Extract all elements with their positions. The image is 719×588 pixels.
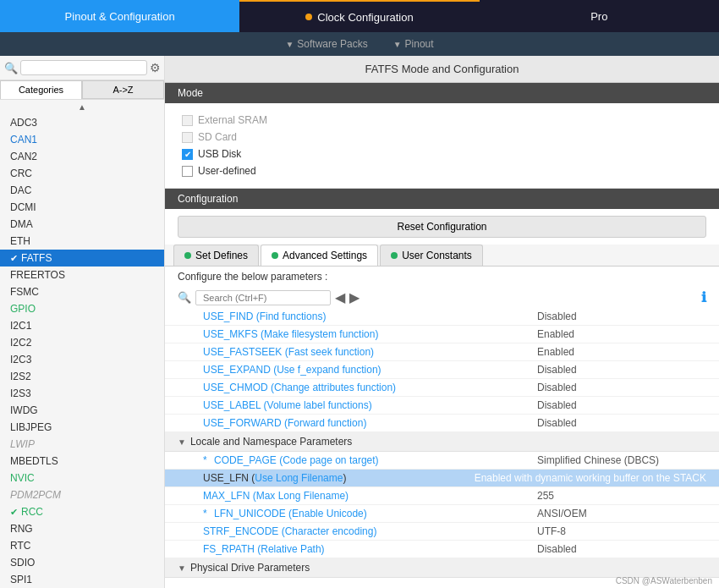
param-row-use-expand[interactable]: USE_EXPAND (Use f_expand function) Disab…: [165, 361, 719, 379]
param-row-use-label[interactable]: USE_LABEL (Volume label functions) Disab…: [165, 397, 719, 415]
sidebar-item-spi1[interactable]: SPI1: [0, 571, 164, 588]
clock-dot: [305, 14, 312, 20]
user-defined-option: User-defined: [182, 162, 702, 179]
check-icon: ✔: [10, 253, 18, 264]
sidebar-item-can2[interactable]: CAN2: [0, 148, 164, 165]
external-sram-option: External SRAM: [182, 112, 702, 129]
user-constants-tab[interactable]: User Constants: [380, 245, 483, 266]
param-value: Disabled: [537, 310, 706, 322]
param-value: Disabled: [537, 364, 706, 376]
az-tab[interactable]: A->Z: [82, 80, 164, 99]
param-value: Enabled: [537, 328, 706, 340]
sidebar-item-dma[interactable]: DMA: [0, 216, 164, 233]
content-header: FATFS Mode and Configuration: [165, 56, 719, 83]
param-row-use-lfn[interactable]: USE_LFN (Use Long Filename) Enabled with…: [165, 470, 719, 487]
sidebar-item-rng[interactable]: RNG: [0, 520, 164, 537]
software-packs-nav[interactable]: ▼ Software Packs: [285, 38, 367, 50]
param-row-strf-encode[interactable]: STRF_ENCODE (Character encoding) UTF-8: [165, 523, 719, 541]
params-search-input[interactable]: [195, 290, 331, 305]
sidebar-item-rcc[interactable]: ✔ RCC: [0, 503, 164, 520]
mode-section-header: Mode: [165, 83, 719, 103]
param-name: USE_FORWARD (Forward function): [178, 417, 537, 429]
chevron-down-icon: ▼: [393, 40, 402, 49]
sidebar-item-i2s3[interactable]: I2S3: [0, 385, 164, 402]
sidebar-search-input[interactable]: [20, 60, 147, 75]
sidebar-collapse-btn[interactable]: ▲: [0, 100, 164, 114]
param-name: MAX_LFN (Max Long Filename): [178, 490, 537, 502]
param-value: UTF-8: [537, 525, 706, 537]
param-row-code-page[interactable]: * CODE_PAGE (Code page on target) Simpli…: [165, 452, 719, 470]
param-row-use-chmod[interactable]: USE_CHMOD (Change attributes function) D…: [165, 379, 719, 397]
search-icon: 🔍: [178, 291, 191, 304]
sidebar-item-freertos[interactable]: FREERTOS: [0, 267, 164, 283]
param-row-use-fastseek[interactable]: USE_FASTSEEK (Fast seek function) Enable…: [165, 343, 719, 361]
tab-dot-icon: [391, 252, 398, 259]
param-row-use-mkfs[interactable]: USE_MKFS (Make filesystem function) Enab…: [165, 326, 719, 343]
sidebar-item-fatfs[interactable]: ✔ FATFS: [0, 250, 164, 267]
sidebar-item-i2c1[interactable]: I2C1: [0, 317, 164, 334]
sidebar-item-rtc[interactable]: RTC: [0, 537, 164, 554]
sidebar-item-i2c3[interactable]: I2C3: [0, 351, 164, 368]
sidebar-item-dcmi[interactable]: DCMI: [0, 199, 164, 216]
pro-tab[interactable]: Pro: [480, 0, 719, 32]
sidebar-item-gpio[interactable]: GPIO: [0, 300, 164, 317]
external-sram-checkbox[interactable]: [182, 115, 193, 126]
gear-icon[interactable]: ⚙: [150, 61, 161, 74]
reset-config-button[interactable]: Reset Configuration: [178, 216, 706, 238]
info-icon[interactable]: ℹ: [701, 289, 706, 305]
sidebar-item-dac[interactable]: DAC: [0, 182, 164, 199]
main-layout: 🔍 ⚙ Categories A->Z ▲ ADC3 CAN1 CAN2: [0, 56, 719, 588]
param-name: * CODE_PAGE (Code page on target): [178, 454, 537, 466]
locale-group-header[interactable]: ▼ Locale and Namespace Parameters: [165, 432, 719, 452]
star-indicator: *: [203, 508, 207, 519]
param-name: STRF_ENCODE (Character encoding): [178, 525, 537, 537]
params-table: USE_FIND (Find functions) Disabled USE_M…: [165, 308, 719, 588]
param-value: Disabled: [537, 543, 706, 555]
sd-card-checkbox[interactable]: [182, 132, 193, 143]
mode-section: External SRAM SD Card ✔ USB Disk User-de…: [165, 103, 719, 189]
categories-tab[interactable]: Categories: [0, 80, 82, 99]
sidebar-item-i2s2[interactable]: I2S2: [0, 368, 164, 385]
sidebar-item-can1[interactable]: CAN1: [0, 131, 164, 148]
param-row-use-find[interactable]: USE_FIND (Find functions) Disabled: [165, 308, 719, 326]
sidebar-item-nvic[interactable]: NVIC: [0, 470, 164, 486]
sidebar-item-mbedtls[interactable]: MBEDTLS: [0, 453, 164, 470]
sidebar-item-sdio[interactable]: SDIO: [0, 554, 164, 571]
param-value: Disabled: [537, 382, 706, 393]
advanced-settings-tab[interactable]: Advanced Settings: [261, 245, 378, 266]
usb-disk-checkbox[interactable]: ✔: [182, 149, 193, 160]
set-defines-tab[interactable]: Set Defines: [173, 245, 259, 266]
expand-icon[interactable]: ▼: [178, 437, 186, 447]
param-value: 255: [537, 490, 706, 502]
param-name: USE_MKFS (Make filesystem function): [178, 328, 537, 340]
watermark: CSDN @ASWaterbenben: [609, 574, 719, 588]
next-icon[interactable]: ▶: [349, 289, 360, 305]
expand-icon[interactable]: ▼: [178, 563, 186, 573]
param-value: Enabled with dynamic working buffer on t…: [475, 472, 706, 484]
sidebar-item-crc[interactable]: CRC: [0, 165, 164, 182]
sidebar-item-fsmc[interactable]: FSMC: [0, 283, 164, 300]
param-row-use-forward[interactable]: USE_FORWARD (Forward function) Disabled: [165, 415, 719, 432]
sidebar-item-libjpeg[interactable]: LIBJPEG: [0, 419, 164, 436]
param-row-lfn-unicode[interactable]: * LFN_UNICODE (Enable Unicode) ANSI/OEM: [165, 505, 719, 523]
param-row-fs-rpath[interactable]: FS_RPATH (Relative Path) Disabled: [165, 541, 719, 558]
sidebar-item-adc3[interactable]: ADC3: [0, 114, 164, 131]
prev-icon[interactable]: ◀: [335, 289, 345, 305]
pinout-nav[interactable]: ▼ Pinout: [393, 38, 434, 50]
sidebar-item-iwdg[interactable]: IWDG: [0, 402, 164, 419]
user-defined-checkbox[interactable]: [182, 166, 193, 177]
sidebar-item-pdm2pcm[interactable]: PDM2PCM: [0, 486, 164, 503]
clock-tab[interactable]: Clock Configuration: [239, 0, 479, 32]
param-row-max-lfn[interactable]: MAX_LFN (Max Long Filename) 255: [165, 487, 719, 505]
usb-disk-option: ✔ USB Disk: [182, 146, 702, 162]
sidebar-item-eth[interactable]: ETH: [0, 233, 164, 250]
sidebar-search-bar: 🔍 ⚙: [0, 56, 164, 80]
param-name: USE_EXPAND (Use f_expand function): [178, 364, 537, 376]
param-value: Disabled: [537, 417, 706, 429]
sidebar-item-lwip[interactable]: LWIP: [0, 436, 164, 453]
params-area: Configure the below parameters : 🔍 ◀ ▶ ℹ…: [165, 267, 719, 588]
tabs-bar: Set Defines Advanced Settings User Const…: [165, 245, 719, 267]
sidebar-item-i2c2[interactable]: I2C2: [0, 334, 164, 351]
pinout-tab[interactable]: Pinout & Configuration: [0, 0, 239, 32]
tab-dot-icon: [184, 252, 191, 259]
